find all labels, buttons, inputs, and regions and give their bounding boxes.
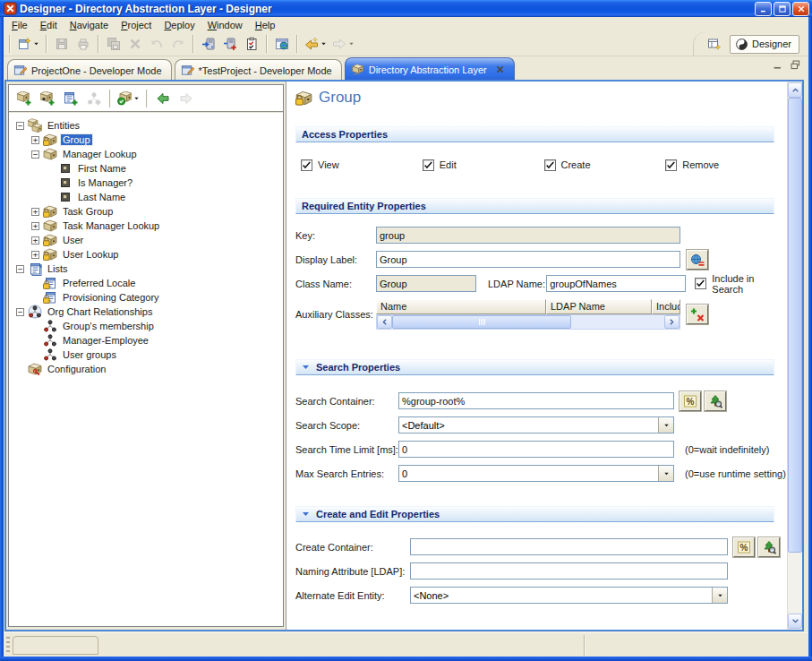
nav-back-button[interactable] — [151, 87, 175, 110]
back-history-button[interactable] — [302, 33, 329, 55]
localize-button[interactable] — [687, 250, 708, 270]
import-project-button[interactable] — [219, 33, 241, 55]
web-browser-button[interactable] — [271, 33, 293, 55]
max-search-entries-dropdown[interactable] — [398, 465, 674, 482]
expand-icon[interactable]: + — [31, 251, 39, 259]
tree-item-group-s-membership[interactable]: Group's membership — [14, 319, 281, 333]
menu-edit[interactable]: Edit — [34, 19, 64, 31]
view-minimize-view[interactable] — [773, 59, 784, 73]
checkbox[interactable] — [423, 159, 434, 171]
tree-item-manager-lookup[interactable]: −Manager Lookup — [14, 147, 281, 161]
new-wizard-button[interactable] — [14, 33, 42, 55]
tree-item-preferred-locale[interactable]: Preferred Locale — [14, 276, 281, 290]
search-scope-value[interactable] — [399, 417, 658, 433]
aux-col-include[interactable]: Includ — [652, 299, 680, 314]
scroll-right-button[interactable] — [664, 315, 680, 329]
collapse-icon[interactable]: − — [31, 150, 39, 159]
tab-projectone-developer-mode[interactable]: ProjectOne - Developer Mode — [7, 59, 172, 81]
tree-item-entities[interactable]: −Entities — [14, 118, 281, 133]
tree-item-provisioning-category[interactable]: Provisioning Category — [14, 290, 281, 305]
alternate-edit-entity-dropdown[interactable] — [410, 587, 728, 604]
browse-container-button[interactable] — [705, 391, 726, 411]
checkbox[interactable] — [544, 159, 556, 171]
expand-icon[interactable]: + — [31, 222, 39, 230]
ldap-name-field[interactable] — [546, 275, 686, 292]
scroll-down-button[interactable] — [788, 614, 802, 629]
menu-window[interactable]: Window — [201, 19, 249, 31]
checkbox[interactable] — [301, 159, 312, 171]
create-container-field[interactable] — [410, 538, 728, 555]
checkbox-create[interactable]: Create — [544, 159, 666, 171]
tab-testproject-developer-mode[interactable]: *TestProject - Developer Mode — [175, 59, 342, 81]
scroll-left-button[interactable] — [377, 315, 392, 329]
tree-item-group[interactable]: +Group — [14, 133, 281, 147]
alternate-edit-entity-value[interactable] — [411, 588, 712, 603]
parameter-button[interactable]: % — [733, 537, 755, 557]
tree-item-last-name[interactable]: Last Name — [14, 190, 281, 204]
add-entity-wizard-button[interactable] — [36, 87, 59, 110]
add-entity-button[interactable] — [13, 87, 36, 110]
tree-item-user-lookup[interactable]: +User Lookup — [14, 247, 281, 262]
collapse-icon[interactable]: − — [16, 265, 24, 273]
menu-project[interactable]: Project — [115, 19, 158, 31]
add-list-button[interactable] — [59, 87, 82, 110]
tree-item-org-chart-relationships[interactable]: −Org Chart Relationships — [14, 305, 281, 319]
scroll-up-button[interactable] — [788, 82, 802, 98]
checkbox[interactable] — [695, 278, 706, 289]
tree-item-lists[interactable]: −Lists — [14, 262, 281, 276]
validate-abstraction-layer-button[interactable] — [115, 87, 142, 110]
tree-item-configuration[interactable]: Configuration — [14, 362, 281, 376]
checkbox-remove[interactable]: Remove — [665, 159, 787, 171]
menu-help[interactable]: Help — [249, 19, 282, 31]
tab-directory-abstraction-layer[interactable]: Directory Abstraction Layer — [345, 57, 515, 81]
view-restore-view[interactable] — [790, 59, 801, 73]
tree-item-manager-employee[interactable]: Manager-Employee — [14, 333, 281, 348]
include-in-search-checkbox[interactable]: Include in Search — [695, 273, 787, 295]
aux-col-name[interactable]: Name — [376, 299, 546, 314]
search-time-limit-field[interactable] — [398, 441, 674, 458]
search-scope-dropdown[interactable] — [398, 416, 674, 434]
tree-item-user[interactable]: +User — [14, 233, 281, 247]
form-vertical-scrollbar[interactable] — [787, 82, 802, 630]
display-label-field[interactable] — [376, 251, 680, 268]
compare-project-button[interactable] — [241, 33, 262, 55]
deploy-project-button[interactable] — [198, 33, 219, 55]
auxiliary-classes-table[interactable]: Name LDAP Name Includ — [376, 299, 680, 330]
section-create-edit-properties[interactable]: Create and Edit Properties — [295, 506, 774, 522]
menu-navigate[interactable]: Navigate — [64, 19, 115, 31]
expand-icon[interactable]: + — [31, 236, 39, 245]
dropdown-button[interactable] — [712, 588, 727, 603]
max-search-entries-value[interactable] — [399, 466, 658, 481]
collapse-icon[interactable]: − — [16, 122, 24, 130]
aux-horizontal-scrollbar[interactable] — [376, 314, 680, 330]
menu-deploy[interactable]: Deploy — [158, 19, 201, 31]
dropdown-button[interactable] — [658, 466, 673, 481]
checkbox[interactable] — [665, 159, 677, 171]
collapse-triangle-icon[interactable] — [302, 511, 310, 518]
expand-icon[interactable]: + — [31, 208, 39, 216]
browse-container-button[interactable] — [758, 537, 780, 557]
collapse-icon[interactable]: − — [16, 308, 24, 316]
tree-item-is-manager[interactable]: Is Manager? — [14, 176, 281, 190]
tree-item-user-groups[interactable]: User groups — [14, 348, 281, 362]
section-search-properties[interactable]: Search Properties — [295, 359, 774, 375]
close-button[interactable] — [792, 2, 809, 16]
checkbox-edit[interactable]: Edit — [423, 159, 544, 171]
parameter-button[interactable]: % — [680, 391, 701, 411]
statusbar-grip[interactable] — [6, 637, 10, 655]
minimize-button[interactable] — [755, 2, 772, 16]
aux-add-remove-button[interactable] — [687, 305, 708, 324]
naming-attribute-field[interactable] — [410, 562, 728, 579]
expand-icon[interactable]: + — [31, 136, 39, 144]
dropdown-button[interactable] — [658, 417, 673, 433]
tree-item-first-name[interactable]: First Name — [14, 161, 281, 176]
menu-file[interactable]: File — [5, 19, 34, 31]
collapse-triangle-icon[interactable] — [302, 364, 310, 371]
open-perspective-button[interactable] — [705, 34, 724, 54]
tree-item-task-manager-lookup[interactable]: +Task Manager Lookup — [14, 219, 281, 233]
aux-col-ldap-name[interactable]: LDAP Name — [546, 299, 652, 314]
checkbox-view[interactable]: View — [301, 159, 423, 171]
search-container-field[interactable] — [398, 392, 674, 409]
scrollbar-thumb[interactable] — [788, 98, 802, 553]
tree-item-task-group[interactable]: +Task Group — [14, 204, 281, 219]
